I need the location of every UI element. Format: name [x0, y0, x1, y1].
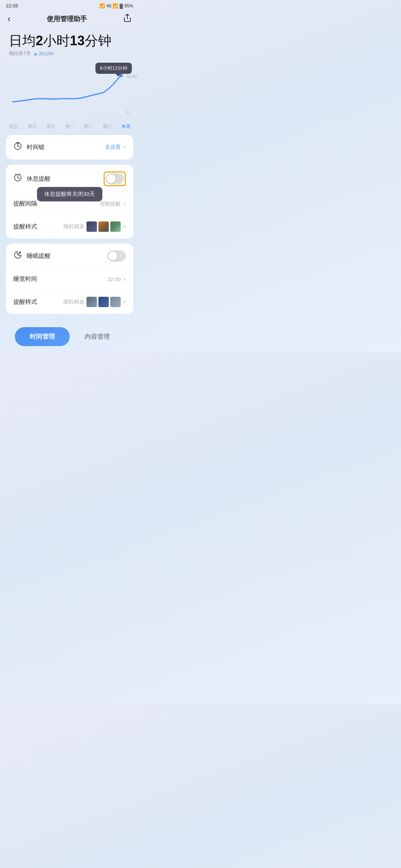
time-lock-icon [13, 142, 22, 153]
svg-text:z: z [20, 251, 21, 253]
reminder-thumbnails [87, 221, 121, 232]
y-label-top: 4小时 [127, 74, 137, 79]
compare-label: 相比前7天 [9, 50, 31, 57]
stats-minute-unit: 分钟 [85, 33, 111, 48]
day-4: 周一 [65, 124, 74, 130]
sleep-thumbnails [87, 297, 121, 307]
svg-line-8 [19, 174, 20, 175]
share-button[interactable] [123, 13, 132, 24]
day-today: 今天 [121, 124, 130, 130]
header: ‹ 使用管理助手 [0, 10, 139, 29]
reminder-style-right: 随机精选 > [63, 221, 126, 232]
sleep-reminder-label: 睡眠提醒 [27, 252, 50, 260]
sleep-thumb-1 [87, 297, 97, 307]
content-management-button[interactable]: 内容管理 [70, 327, 125, 346]
sleep-time-label: 睡觉时间 [13, 275, 37, 283]
day-2: 周六 [28, 124, 37, 130]
sleep-style-label: 提醒样式 [13, 298, 37, 306]
stats-minutes: 13 [70, 33, 85, 48]
sleep-time-chevron: > [123, 276, 126, 282]
sleep-style-row[interactable]: 提醒样式 随机精选 > [6, 290, 133, 314]
reminder-interval-value: 智能提醒 [100, 201, 121, 207]
reminder-interval-row[interactable]: 提醒间隔 智能提醒 > [6, 193, 133, 215]
usage-chart: 6小时12分钟 4小时 0 [0, 63, 139, 122]
time-lock-chevron: > [123, 144, 126, 150]
time-lock-label: 时间锁 [27, 144, 45, 151]
reminder-interval-label: 提醒间隔 [13, 200, 37, 208]
sleep-time-row[interactable]: 睡觉时间 22:00 > [6, 269, 133, 290]
y-label-bottom: 0 [127, 110, 137, 115]
reminder-style-row[interactable]: 提醒样式 随机精选 > [6, 215, 133, 239]
rest-reminder-toggle[interactable] [105, 173, 124, 184]
sleep-thumb-2 [98, 297, 109, 307]
stats-hour-unit: 小时 [43, 33, 70, 48]
reminder-style-label: 提醒样式 [13, 223, 37, 231]
daily-average: 日均2小时13分钟 [9, 33, 130, 49]
time-lock-card: 时间锁 去设置 > [6, 135, 133, 160]
time-lock-row[interactable]: 时间锁 去设置 > [6, 135, 133, 160]
status-bar: 22:08 📶 46 📶 ▓ 95% [0, 0, 139, 10]
reminder-interval-right: 智能提醒 > [100, 201, 126, 207]
page-title: 使用管理助手 [47, 14, 87, 23]
time-lock-action[interactable]: 去设置 [105, 144, 121, 151]
battery-icon: ▓ [120, 3, 123, 9]
stats-section: 日均2小时13分钟 相比前7天 ▲ 3010% [0, 29, 139, 57]
battery-percent: 95% [124, 3, 133, 9]
sleep-reminder-icon: z z [13, 250, 22, 262]
time-lock-right: 去设置 > [105, 144, 126, 151]
status-time: 22:08 [6, 3, 18, 9]
stats-prefix: 日均 [9, 33, 36, 48]
time-management-button[interactable]: 时间管理 [15, 327, 70, 346]
sleep-time-value: 22:00 [108, 276, 121, 282]
sleep-thumb-3 [110, 297, 121, 307]
sleep-style-right: 随机精选 > [63, 297, 126, 307]
day-3: 周日 [46, 124, 55, 130]
sleep-reminder-row: z z 睡眠提醒 [6, 244, 133, 269]
thumb-1 [87, 221, 97, 232]
chart-tooltip: 6小时12分钟 [95, 63, 132, 74]
reminder-style-chevron: > [123, 224, 126, 230]
thumb-2 [98, 221, 109, 232]
sleep-style-chevron: > [123, 299, 126, 305]
stats-hours: 2 [36, 33, 43, 48]
back-button[interactable]: ‹ [7, 13, 11, 24]
svg-line-7 [16, 174, 16, 175]
rest-reminder-row: 休息提醒 [6, 165, 133, 193]
status-icons: 📶 46 📶 ▓ 95% [100, 3, 133, 9]
day-5: 周二 [84, 124, 93, 130]
rest-reminder-label: 休息提醒 [27, 175, 50, 183]
sleep-time-right: 22:00 > [108, 276, 126, 282]
reminder-interval-chevron: > [123, 201, 126, 207]
day-6: 周三 [103, 124, 112, 130]
chart-x-labels: 周五 周六 周日 周一 周二 周三 今天 [0, 122, 139, 130]
svg-rect-5 [17, 142, 19, 144]
thumb-3 [110, 221, 121, 232]
change-value: 3010% [39, 51, 53, 56]
rest-reminder-icon [13, 173, 22, 184]
sleep-reminder-toggle[interactable] [107, 250, 126, 262]
change-arrow: ▲ [33, 51, 38, 56]
stats-comparison: 相比前7天 ▲ 3010% [9, 50, 130, 57]
rest-reminder-toggle-wrapper[interactable] [104, 171, 126, 186]
day-1: 周五 [9, 124, 18, 130]
sleep-reminder-card: z z 睡眠提醒 睡觉时间 22:00 > 提醒样式 随机精选 > [6, 244, 133, 314]
rest-reminder-card: 休息提醒 提醒间隔 智能提醒 > 提醒样式 随机精选 > [6, 165, 133, 239]
reminder-style-value: 随机精选 [63, 223, 84, 230]
change-badge: ▲ 3010% [33, 51, 53, 56]
bottom-nav: 时间管理 内容管理 [0, 321, 139, 352]
rest-reminder-section: 休息提醒将关闭30天 休息提醒 提醒间隔 [6, 165, 133, 239]
sleep-style-value: 随机精选 [63, 299, 84, 305]
signal-icons: 📶 46 📶 [100, 3, 118, 9]
